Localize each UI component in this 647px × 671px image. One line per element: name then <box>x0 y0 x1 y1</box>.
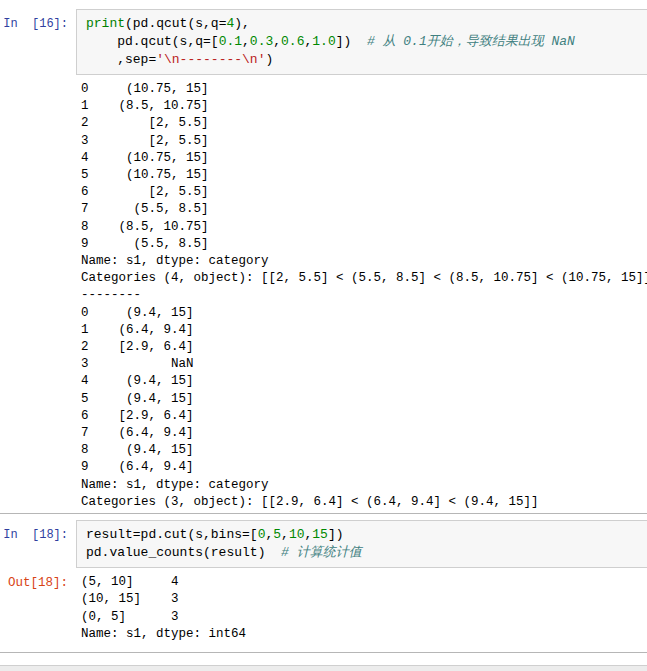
input-area: In [16]: print(pd.qcut(s,q=4), pd.qcut(s… <box>0 9 647 75</box>
code-editor[interactable]: print(pd.qcut(s,q=4), pd.qcut(s,q=[0.1,0… <box>76 9 647 75</box>
jupyter-notebook: In [16]: print(pd.qcut(s,q=4), pd.qcut(s… <box>0 0 647 671</box>
code-line: pd.qcut(s,q=[0.1,0.3,0.6,1.0]) # 从 0.1开始… <box>86 33 638 51</box>
input-area: In [18]: result=pd.cut(s,bins=[0,5,10,15… <box>0 520 647 568</box>
input-prompt: In [16]: <box>0 9 76 33</box>
output-area: Out[18]: (5, 10] 4 (10, 15] 3 (0, 5] 3 N… <box>0 574 647 644</box>
code-cell-16: In [16]: print(pd.qcut(s,q=4), pd.qcut(s… <box>0 0 647 513</box>
code-line: print(pd.qcut(s,q=4), <box>86 15 638 33</box>
cell-divider <box>0 652 647 653</box>
output-prompt: Out[18]: <box>0 574 76 592</box>
output-text: 0 (10.75, 15] 1 (8.5, 10.75] 2 [2, 5.5] … <box>76 81 647 511</box>
output-text: (5, 10] 4 (10, 15] 3 (0, 5] 3 Name: s1, … <box>76 574 246 644</box>
code-line: pd.value_counts(result) # 计算统计值 <box>86 544 638 562</box>
code-cell-18: In [18]: result=pd.cut(s,bins=[0,5,10,15… <box>0 514 647 652</box>
output-area: 0 (10.75, 15] 1 (8.5, 10.75] 2 [2, 5.5] … <box>0 81 647 511</box>
next-cell-top-edge[interactable] <box>0 665 647 671</box>
input-prompt: In [18]: <box>0 520 76 544</box>
code-line: ,sep='\n--------\n') <box>86 51 638 69</box>
code-editor[interactable]: result=pd.cut(s,bins=[0,5,10,15])pd.valu… <box>76 520 647 568</box>
code-line: result=pd.cut(s,bins=[0,5,10,15]) <box>86 526 638 544</box>
